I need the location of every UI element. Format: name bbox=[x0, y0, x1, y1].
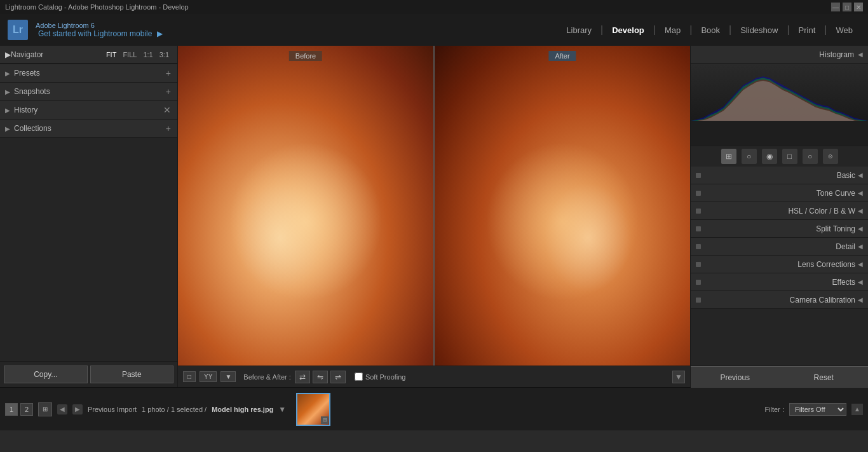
soft-proofing-checkbox[interactable] bbox=[355, 373, 363, 381]
close-button[interactable]: ✕ bbox=[854, 3, 863, 11]
copy-button[interactable]: Copy... bbox=[4, 366, 88, 383]
before-panel: Before bbox=[178, 46, 433, 366]
history-close[interactable]: ✕ bbox=[162, 105, 172, 115]
copy-to-before[interactable]: ⇋ bbox=[313, 371, 328, 383]
split-toning-dot bbox=[696, 226, 701, 231]
presets-add[interactable]: + bbox=[165, 68, 172, 78]
swap-button[interactable]: ⇄ bbox=[295, 371, 310, 383]
maximize-button[interactable]: □ bbox=[843, 3, 851, 11]
right-panel-spacer bbox=[691, 309, 868, 366]
tone-curve-label: Tone Curve bbox=[703, 189, 855, 198]
previous-button[interactable]: Previous bbox=[691, 366, 780, 388]
nav-print[interactable]: Print bbox=[791, 23, 824, 38]
split-toning-toggle: ◀ bbox=[858, 225, 863, 232]
nav-sep-5: | bbox=[787, 24, 789, 36]
nav-book[interactable]: Book bbox=[693, 23, 728, 38]
filter-label: Filter : bbox=[764, 406, 784, 413]
detail-label: Detail bbox=[703, 242, 855, 251]
nav-slideshow[interactable]: Slideshow bbox=[733, 23, 785, 38]
basic-section[interactable]: Basic ◀ bbox=[691, 167, 868, 184]
redeye-tool[interactable]: □ bbox=[782, 149, 797, 164]
collections-header[interactable]: ▶ Collections + bbox=[0, 120, 177, 137]
view-mode-button[interactable]: □ bbox=[183, 371, 196, 382]
nav-sep-6: | bbox=[824, 24, 827, 36]
main: ▶ Navigator FIT FILL 1:1 3:1 ▶ Presets +… bbox=[0, 46, 868, 387]
histogram-area bbox=[691, 64, 868, 146]
titlebar-left: Lightroom Catalog - Adobe Photoshop Ligh… bbox=[5, 3, 189, 11]
adjustment-brush-tool[interactable]: ⊝ bbox=[823, 149, 838, 164]
filmstrip-expand-btn[interactable]: ▲ bbox=[851, 404, 863, 415]
view-dropdown[interactable]: ▼ bbox=[220, 371, 236, 382]
nav-map[interactable]: Map bbox=[657, 23, 688, 38]
collections-add[interactable]: + bbox=[165, 123, 172, 134]
snapshots-label: Snapshots bbox=[14, 87, 165, 96]
swap-panels[interactable]: ⇌ bbox=[330, 371, 346, 383]
tone-curve-dot bbox=[696, 191, 701, 196]
presets-arrow: ▶ bbox=[5, 70, 10, 77]
lens-corrections-section[interactable]: Lens Corrections ◀ bbox=[691, 256, 868, 273]
snapshots-arrow: ▶ bbox=[5, 88, 10, 95]
topbar: Lr Adobe Lightroom 6 Get started with Li… bbox=[0, 14, 868, 46]
nav-sep-3: | bbox=[689, 24, 692, 36]
tone-curve-section[interactable]: Tone Curve ◀ bbox=[691, 184, 868, 202]
filmstrip: 1 2 ⊞ ◀ ▶ Previous Import 1 photo / 1 se… bbox=[0, 387, 868, 430]
snapshots-add[interactable]: + bbox=[165, 86, 172, 97]
crop-overlay-tool[interactable]: ⊞ bbox=[721, 149, 736, 164]
filter-select[interactable]: Filters Off bbox=[789, 403, 846, 416]
soft-proofing-check[interactable]: Soft Proofing bbox=[355, 373, 406, 381]
crop-tool[interactable]: ○ bbox=[742, 149, 757, 164]
presets-label: Presets bbox=[14, 69, 165, 78]
split-toning-section[interactable]: Split Toning ◀ bbox=[691, 220, 868, 238]
view-split-button[interactable]: YY bbox=[200, 371, 217, 382]
history-label: History bbox=[14, 106, 162, 114]
camera-calibration-toggle: ◀ bbox=[858, 296, 863, 303]
zoom-3-1[interactable]: 3:1 bbox=[156, 50, 172, 59]
filmstrip-dropdown[interactable]: ▼ bbox=[278, 405, 286, 414]
presets-header[interactable]: ▶ Presets + bbox=[0, 64, 177, 82]
detail-section[interactable]: Detail ◀ bbox=[691, 238, 868, 256]
toolbar-expand[interactable]: ▼ bbox=[672, 371, 685, 383]
tools-row: ⊞ ○ ◉ □ ○ ⊝ bbox=[691, 146, 868, 167]
page-1-btn[interactable]: 1 bbox=[5, 403, 18, 416]
grid-view-btn[interactable]: ⊞ bbox=[38, 402, 52, 416]
navigator-header: ▶ Navigator FIT FILL 1:1 3:1 bbox=[0, 46, 177, 64]
reset-button[interactable]: Reset bbox=[780, 366, 869, 388]
lr-mobile-arrow[interactable]: ▶ bbox=[157, 29, 163, 38]
filmstrip-next-btn[interactable]: ▶ bbox=[72, 404, 83, 414]
minimize-button[interactable]: — bbox=[831, 3, 840, 11]
spot-removal-tool[interactable]: ◉ bbox=[762, 149, 777, 164]
zoom-fill[interactable]: FILL bbox=[119, 50, 140, 59]
histogram-canvas bbox=[691, 64, 868, 121]
nav-develop[interactable]: Develop bbox=[604, 23, 652, 38]
filmstrip-filename: Model high res.jpg bbox=[212, 406, 273, 413]
titlebar-controls: — □ ✕ bbox=[831, 3, 863, 11]
nav-web[interactable]: Web bbox=[829, 23, 861, 38]
collections-arrow: ▶ bbox=[5, 125, 10, 132]
lr-mobile-text: Get started with Lightroom mobile ▶ bbox=[36, 29, 163, 38]
detail-toggle: ◀ bbox=[858, 243, 863, 250]
filmstrip-prev-btn[interactable]: ◀ bbox=[57, 404, 67, 414]
graduated-filter-tool[interactable]: ○ bbox=[803, 149, 818, 164]
nav-sep-4: | bbox=[729, 24, 731, 36]
histogram-collapse[interactable]: ◀ bbox=[858, 51, 863, 58]
nav-library[interactable]: Library bbox=[559, 23, 599, 38]
nav-sep-1: | bbox=[600, 24, 603, 36]
hsl-section[interactable]: HSL / Color / B & W ◀ bbox=[691, 202, 868, 220]
basic-dot bbox=[696, 173, 701, 178]
lr-logo: Lr bbox=[8, 20, 28, 40]
history-arrow: ▶ bbox=[5, 107, 10, 114]
effects-label: Effects bbox=[703, 278, 855, 287]
effects-section[interactable]: Effects ◀ bbox=[691, 273, 868, 291]
history-header[interactable]: ▶ History ✕ bbox=[0, 101, 177, 119]
thumbnail-item[interactable]: ⊞ bbox=[296, 393, 330, 426]
paste-button[interactable]: Paste bbox=[90, 366, 174, 383]
lr-brand: Adobe Lightroom 6 Get started with Light… bbox=[36, 22, 163, 38]
zoom-1-1[interactable]: 1:1 bbox=[140, 50, 156, 59]
page-2-btn[interactable]: 2 bbox=[20, 403, 33, 416]
before-after-text: Before & After : bbox=[243, 373, 291, 381]
zoom-fit[interactable]: FIT bbox=[103, 50, 120, 59]
basic-label: Basic bbox=[703, 171, 855, 180]
snapshots-header[interactable]: ▶ Snapshots + bbox=[0, 83, 177, 100]
effects-toggle: ◀ bbox=[858, 278, 863, 285]
camera-calibration-section[interactable]: Camera Calibration ◀ bbox=[691, 291, 868, 309]
